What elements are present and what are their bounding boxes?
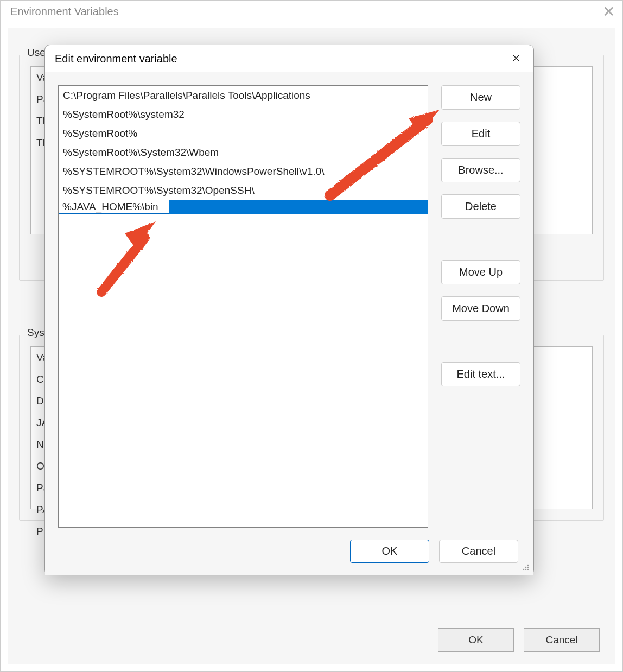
- svg-point-4: [525, 569, 527, 570]
- cancel-button[interactable]: Cancel: [524, 628, 600, 652]
- env-vars-title: Environment Variables: [10, 5, 119, 18]
- ok-button[interactable]: OK: [350, 540, 429, 563]
- move-up-button[interactable]: Move Up: [441, 260, 520, 284]
- path-entry-editing[interactable]: [59, 200, 428, 214]
- env-vars-bottom-buttons: OK Cancel: [438, 628, 600, 652]
- svg-point-1: [525, 567, 527, 568]
- ok-button[interactable]: OK: [438, 628, 514, 652]
- new-button[interactable]: New: [441, 85, 520, 110]
- path-entry[interactable]: %SYSTEMROOT%\System32\OpenSSH\: [59, 181, 428, 200]
- path-list[interactable]: C:\Program Files\Parallels\Parallels Too…: [58, 85, 428, 528]
- cancel-button[interactable]: Cancel: [439, 540, 518, 563]
- resize-grip-icon[interactable]: [520, 562, 530, 572]
- edit-env-var-dialog: Edit environment variable C:\Program Fil…: [44, 45, 534, 575]
- edit-dialog-body: C:\Program Files\Parallels\Parallels Too…: [45, 72, 533, 528]
- svg-point-2: [527, 567, 529, 568]
- svg-point-3: [523, 569, 525, 570]
- side-buttons: New Edit Browse... Delete Move Up Move D…: [441, 85, 520, 528]
- close-icon[interactable]: ✕: [602, 3, 615, 21]
- edit-dialog-title: Edit environment variable: [55, 53, 177, 65]
- edit-text-button[interactable]: Edit text...: [441, 362, 520, 386]
- path-edit-input[interactable]: [59, 200, 169, 214]
- move-down-button[interactable]: Move Down: [441, 296, 520, 321]
- path-entry[interactable]: %SystemRoot%\System32\Wbem: [59, 143, 428, 162]
- path-entry[interactable]: C:\Program Files\Parallels\Parallels Too…: [59, 86, 428, 105]
- browse-button[interactable]: Browse...: [441, 158, 520, 182]
- path-entry[interactable]: %SYSTEMROOT%\System32\WindowsPowerShell\…: [59, 162, 428, 181]
- svg-point-0: [527, 565, 529, 566]
- delete-button[interactable]: Delete: [441, 194, 520, 219]
- path-entry[interactable]: %SystemRoot%: [59, 124, 428, 143]
- env-vars-titlebar: Environment Variables ✕: [1, 1, 622, 24]
- path-entry[interactable]: %SystemRoot%\system32: [59, 105, 428, 124]
- edit-button[interactable]: Edit: [441, 122, 520, 146]
- edit-dialog-titlebar: Edit environment variable: [45, 45, 533, 72]
- svg-point-5: [527, 569, 529, 570]
- close-icon[interactable]: [508, 49, 524, 68]
- edit-dialog-bottom: OK Cancel: [45, 528, 533, 575]
